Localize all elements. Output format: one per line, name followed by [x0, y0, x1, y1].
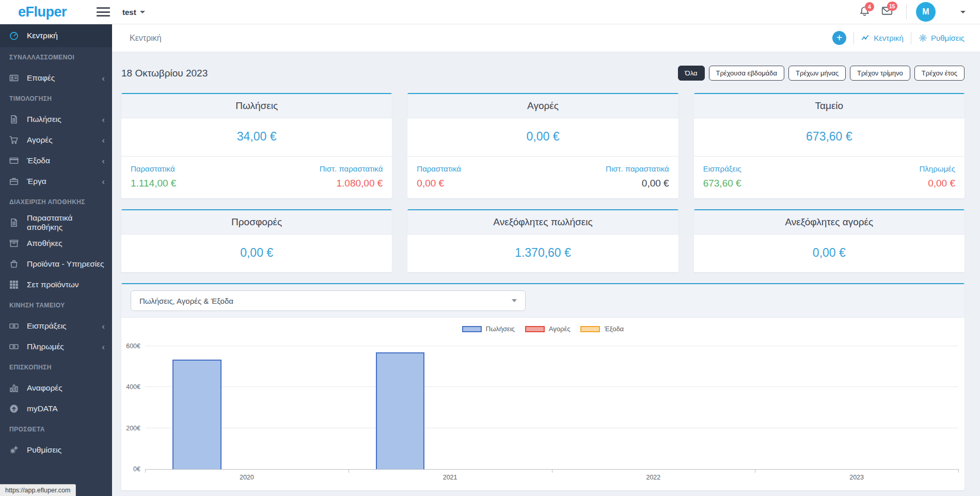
- add-button[interactable]: +: [832, 31, 846, 45]
- sidebar-item-ρυθμίσεις[interactable]: Ρυθμίσεις: [0, 440, 112, 460]
- page-date: 18 Οκτωβρίου 2023: [121, 68, 208, 79]
- filter-button-τρέχον-τρίμηνο[interactable]: Τρέχον τρίμηνο: [850, 66, 910, 81]
- avatar[interactable]: M: [916, 2, 936, 22]
- card-footer-link[interactable]: Παραστατικά: [417, 164, 461, 173]
- sidebar-item-έξοδα[interactable]: Έξοδα‹: [0, 150, 112, 171]
- x-axis-tick: [958, 469, 959, 473]
- header-action-home[interactable]: Κεντρική: [861, 34, 904, 42]
- notifications-button[interactable]: 4: [859, 6, 870, 19]
- summary-card: Ανεξόφλητες αγορές0,00 €: [694, 209, 965, 272]
- company-select[interactable]: test: [122, 8, 145, 17]
- filter-button-τρέχουσα-εβδομάδα[interactable]: Τρέχουσα εβδομάδα: [709, 66, 785, 81]
- card-footer-value: 0,00 €: [417, 178, 461, 189]
- legend-item-Αγορές[interactable]: Αγορές: [525, 325, 571, 333]
- filter-button-όλα[interactable]: Όλα: [678, 66, 705, 81]
- chart-bar-Πωλήσεις-2021: [376, 352, 425, 469]
- sidebar-item-label: myDATA: [27, 404, 58, 413]
- legend-label: Αγορές: [549, 325, 571, 333]
- filter-button-τρέχον-έτος[interactable]: Τρέχον έτος: [914, 66, 965, 81]
- legend-swatch: [580, 326, 600, 332]
- cloud-upload-icon: [9, 404, 19, 413]
- user-menu-chevron-icon[interactable]: [960, 11, 966, 13]
- sidebar-item-επαφές[interactable]: Επαφές‹: [0, 68, 112, 88]
- summary-card: Πωλήσεις34,00 €Παραστατικά1.114,00 €Πιστ…: [121, 93, 392, 198]
- x-axis-tick: [145, 469, 146, 473]
- header-action-settings[interactable]: Ρυθμίσεις: [919, 34, 965, 42]
- card-footer-value: 0,00 €: [920, 178, 955, 189]
- chevron-left-icon: ‹: [102, 74, 105, 83]
- contact-card-icon: [9, 73, 19, 83]
- sidebar-item-αγορές[interactable]: Αγορές‹: [0, 130, 112, 150]
- sidebar-section-label: ΚΙΝΗΣΗ ΤΑΜΕΙΟΥ: [0, 295, 112, 316]
- chart-body: ΠωλήσειςΑγορέςΈξοδα 0€200€400€600€202020…: [121, 318, 965, 490]
- summary-card: Προσφορές0,00 €: [121, 209, 392, 272]
- divider: [853, 32, 854, 44]
- sub-header: Κεντρική + ΚεντρικήΡυθμίσεις: [112, 24, 980, 52]
- card-footer-link[interactable]: Πιστ. παραστατικά: [606, 164, 669, 173]
- status-bar-url: https://app.efluper.com: [0, 484, 76, 496]
- card-title: Ταμείο: [694, 94, 965, 118]
- sidebar-item-label: Αποθήκες: [27, 239, 62, 248]
- gear-icon: [919, 34, 927, 42]
- sidebar-item-αποθήκες[interactable]: Αποθήκες: [0, 233, 112, 254]
- chart-legend: ΠωλήσειςΑγορέςΈξοδα: [128, 325, 958, 333]
- card-footer-link[interactable]: Πληρωμές: [920, 164, 955, 173]
- y-axis-tick-label: 200€: [126, 425, 140, 432]
- hamburger-menu-icon[interactable]: [97, 7, 110, 17]
- chart-plot: 0€200€400€600€2020202120222023: [145, 339, 958, 470]
- sidebar-item-εισπράξεις[interactable]: Εισπράξεις‹: [0, 316, 112, 336]
- card-title: Προσφορές: [121, 210, 392, 235]
- briefcase-icon: [9, 177, 19, 186]
- legend-swatch: [462, 326, 482, 332]
- card-value: 0,00 €: [407, 118, 678, 156]
- sidebar-section-label: ΕΠΙΣΚΟΠΗΣΗ: [0, 357, 112, 378]
- gauge-icon: [9, 31, 19, 40]
- sidebar-item-label: Ρυθμίσεις: [27, 445, 61, 455]
- date-filters: ΌλαΤρέχουσα εβδομάδαΤρέχων μήναςΤρέχον τ…: [678, 66, 965, 81]
- sidebar-item-αναφορές[interactable]: Αναφορές: [0, 378, 112, 398]
- x-axis-tick: [755, 469, 755, 473]
- legend-swatch: [525, 326, 545, 332]
- sidebar-item-προϊόντα---υπηρεσίες[interactable]: Προϊόντα - Υπηρεσίες: [0, 254, 112, 274]
- legend-item-Πωλήσεις[interactable]: Πωλήσεις: [462, 325, 515, 333]
- banknote-icon: [9, 342, 19, 351]
- card-value: 34,00 €: [121, 118, 392, 156]
- sidebar-item-πληρωμές[interactable]: Πληρωμές‹: [0, 336, 112, 357]
- sidebar-item-label: Αγορές: [27, 135, 53, 145]
- sidebar-item-παραστατικά-αποθήκης[interactable]: Παραστατικά αποθήκης: [0, 212, 112, 233]
- legend-label: Πωλήσεις: [486, 325, 515, 333]
- messages-button[interactable]: 15: [881, 5, 893, 19]
- sidebar-item-mydata[interactable]: myDATA: [0, 398, 112, 419]
- sidebar-section-label: ΔΙΑΧΕΙΡΙΣΗ ΑΠΟΘΗΚΗΣ: [0, 192, 112, 212]
- sidebar-item-πωλήσεις[interactable]: Πωλήσεις‹: [0, 109, 112, 130]
- filter-button-τρέχων-μήνας[interactable]: Τρέχων μήνας: [788, 66, 846, 81]
- chevron-left-icon: ‹: [102, 157, 105, 165]
- sidebar-item-κεντρική[interactable]: Κεντρική: [0, 24, 112, 47]
- summary-card: Ανεξόφλητες πωλήσεις1.370,60 €: [407, 209, 678, 272]
- sidebar-item-έργα[interactable]: Έργα‹: [0, 171, 112, 192]
- card-footer-link[interactable]: Εισπράξεις: [703, 164, 741, 173]
- summary-cards-row-2: Προσφορές0,00 €Ανεξόφλητες πωλήσεις1.370…: [121, 209, 965, 272]
- cart-icon: [9, 135, 19, 145]
- x-axis-tick-label: 2023: [755, 474, 958, 481]
- chevron-left-icon: ‹: [102, 177, 105, 186]
- sidebar-section-label: ΣΥΝΑΛΛΑΣΣΟΜΕΝΟΙ: [0, 47, 112, 68]
- legend-item-Έξοδα[interactable]: Έξοδα: [580, 325, 624, 333]
- sidebar-item-label: Έργα: [27, 177, 46, 186]
- sidebar-item-label: Πληρωμές: [27, 342, 64, 351]
- chart-type-select[interactable]: Πωλήσεις, Αγορές & Έξοδα: [131, 290, 526, 311]
- messages-badge: 15: [887, 2, 897, 11]
- document-icon: [9, 115, 19, 124]
- card-footer-link[interactable]: Πιστ. παραστατικά: [320, 164, 383, 173]
- sidebar-item-σετ-προϊόντων[interactable]: Σετ προϊόντων: [0, 274, 112, 295]
- gridline: [145, 428, 958, 428]
- card-footer-value: 1.114,00 €: [131, 178, 176, 189]
- card-footer-link[interactable]: Παραστατικά: [131, 164, 176, 173]
- sidebar-item-label: Σετ προϊόντων: [27, 280, 79, 289]
- shopping-bag-icon: [9, 259, 19, 269]
- chart-type-selected: Πωλήσεις, Αγορές & Έξοδα: [139, 297, 233, 305]
- chevron-left-icon: ‹: [102, 115, 105, 124]
- archive-icon: [9, 239, 19, 248]
- line-chart-icon: [861, 34, 870, 42]
- app-logo[interactable]: eFluper: [18, 4, 67, 20]
